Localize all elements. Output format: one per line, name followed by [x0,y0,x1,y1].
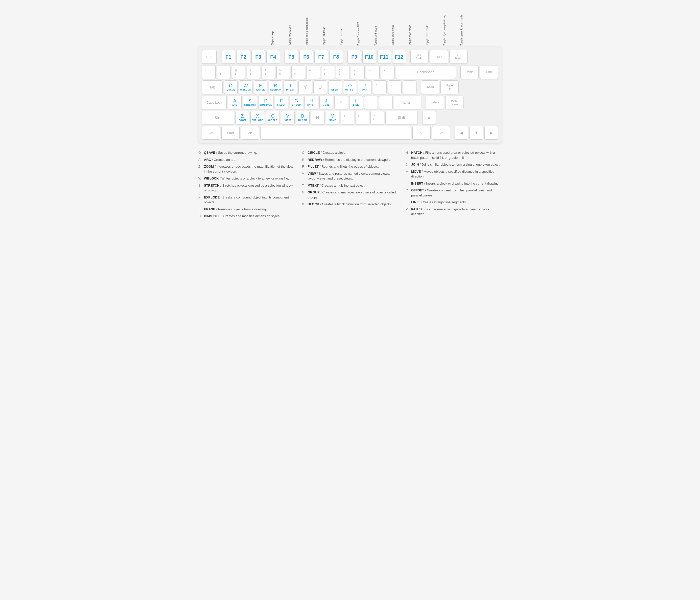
key-quote[interactable]: " ' [379,96,393,109]
key-f2[interactable]: F2 [236,50,250,64]
key-i[interactable]: I INSERT [328,80,342,94]
key-g[interactable]: G GROUP [290,96,303,109]
key-backtick[interactable]: ~ ` [202,65,216,79]
key-home[interactable]: Home [460,65,479,79]
key-shift-left[interactable]: Shift [202,111,234,124]
key-end[interactable]: End [480,65,498,79]
key-d[interactable]: D DIMSTYLE [258,96,273,109]
key-tab[interactable]: Tab [202,80,223,94]
key-f12[interactable]: F12 [392,50,406,64]
key-space[interactable] [260,126,411,140]
key-8[interactable]: * 8 [321,65,335,79]
desc-i: I INSERT / Inserts a block or drawing in… [406,180,502,187]
fkey-label-f8: Toggle ortho mode [384,5,402,46]
key-f9[interactable]: F9 [348,50,361,64]
number-row: ~ ` ! 1 @ 2 # 3 [202,65,498,79]
key-5[interactable]: % 5 [276,65,290,79]
key-close-bracket[interactable]: } ] [388,80,402,94]
key-j[interactable]: J JOIN [319,96,333,109]
key-3[interactable]: # 3 [247,65,260,79]
desc-d: D DIMSTYLE / Creates and modifies dimens… [198,213,294,220]
key-b[interactable]: B BLOCK [296,111,309,124]
key-comma[interactable]: < , [341,111,354,124]
key-pause[interactable]: PauseBreak [449,50,468,64]
desc-s: S STRETCH / Stretches objects crossed by… [198,182,294,194]
qwerty-row: Tab Q QSAVE W WBLOCK E ERASE R REDRAW T … [202,80,498,94]
key-arrow-right[interactable]: ▶ [484,126,498,140]
key-backslash[interactable]: | \ [403,80,417,94]
key-0[interactable]: ) 0 [351,65,365,79]
key-start[interactable]: Start [221,126,240,140]
key-6[interactable]: ^ 6 [291,65,305,79]
desc-b: B BLOCK / Creates a block definition fro… [302,201,398,208]
key-prtsc[interactable]: PrtScnSysRq [410,50,429,64]
key-scrlk[interactable]: ScrLK [430,50,448,64]
key-alt-right[interactable]: Alt [412,126,431,140]
key-q[interactable]: Q QSAVE [224,80,238,94]
key-slash[interactable]: ? / [371,111,384,124]
key-semicolon[interactable]: : ; [364,96,378,109]
key-2[interactable]: @ 2 [232,65,245,79]
key-arrow-down[interactable]: ▼ [470,126,483,140]
key-dash[interactable]: — - [366,65,380,79]
key-u[interactable]: U [314,80,327,94]
key-l[interactable]: L LINE [349,96,363,109]
desc-w: W WBLOCK / Writes objects or a block to … [198,175,294,182]
key-k[interactable]: K [334,96,348,109]
key-pagedown[interactable]: PageDown [445,96,464,109]
key-c[interactable]: C CIRCLE [266,111,280,124]
key-f4[interactable]: F4 [266,50,280,64]
key-backspace[interactable]: Backspace [396,65,456,79]
key-w[interactable]: W WBLOCK [239,80,252,94]
key-delete[interactable]: Delete [426,96,444,109]
key-a[interactable]: A ARC [228,96,242,109]
desc-p: P PAN / Adds a parameter with grips to a… [406,206,502,218]
key-period[interactable]: > . [355,111,369,124]
key-e[interactable]: E ERASE [254,80,267,94]
key-f1[interactable]: F1 [222,50,235,64]
key-f5[interactable]: F5 [284,50,298,64]
key-f10[interactable]: F10 [362,50,376,64]
key-shift-right[interactable]: Shift [385,111,418,124]
key-equal[interactable]: + = [381,65,395,79]
key-s[interactable]: S STRETCH [243,96,257,109]
fkey-label-f5: Toggle Isoplane [333,5,350,46]
key-f11[interactable]: F11 [377,50,391,64]
key-h[interactable]: H HATCH [304,96,318,109]
key-y[interactable]: Y [298,80,312,94]
key-9[interactable]: ( 9 [336,65,350,79]
key-v[interactable]: V VIEW [281,111,295,124]
key-z[interactable]: Z ZOOM [235,111,249,124]
key-r[interactable]: R REDRAW [269,80,282,94]
key-t[interactable]: T MTEXT [283,80,297,94]
key-ctrl-left[interactable]: Ctrl [202,126,220,140]
key-p[interactable]: P PAN [358,80,372,94]
key-x[interactable]: X EXPLODE [250,111,265,124]
key-4[interactable]: $ 4 [261,65,275,79]
key-f3[interactable]: F3 [251,50,265,64]
desc-x: X EXPLODE / Breaks a compound object int… [198,194,294,206]
key-esc[interactable]: Esc [202,50,217,64]
key-7[interactable]: & 7 [306,65,320,79]
key-insert[interactable]: Insert [421,80,439,94]
key-pageup[interactable]: PageUp [441,80,459,94]
key-open-bracket[interactable]: { [ [373,80,386,94]
key-f8[interactable]: F8 [329,50,343,64]
fkey-label-f10: Toggle polar mode [419,5,436,46]
key-f6[interactable]: F6 [299,50,313,64]
desc-col3: H HATCH / Fills an enclosed area or sele… [406,149,502,220]
key-m[interactable]: M MOVE [326,111,340,124]
key-o[interactable]: O OFFSET [343,80,357,94]
key-arrow-up[interactable]: ▲ [422,111,436,124]
key-alt-left[interactable]: Alt [241,126,259,140]
key-enter[interactable]: Enter [394,96,421,109]
desc-v: V VIEW / Saves and restores named views,… [302,170,398,182]
key-n[interactable]: N [311,111,324,124]
key-ctrl-right[interactable]: Ctrl [432,126,450,140]
key-f[interactable]: F FILLET [275,96,288,109]
key-caps[interactable]: Caps Lock [202,96,227,109]
key-f7[interactable]: F7 [315,50,328,64]
key-1[interactable]: ! 1 [217,65,230,79]
key-arrow-left[interactable]: ◀ [455,126,468,140]
desc-f: F FILLET / Rounds and fillets the edges … [302,163,398,170]
